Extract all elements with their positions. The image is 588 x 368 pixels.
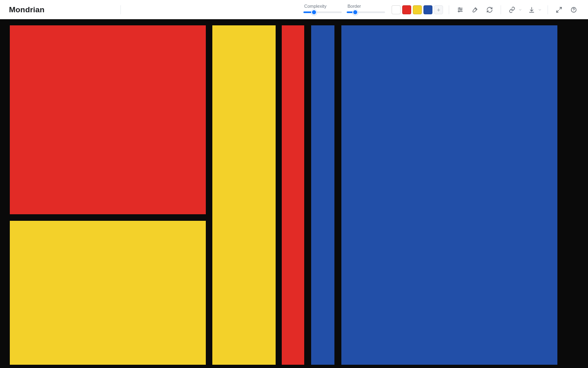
svg-point-1 <box>459 7 460 9</box>
color-swatch-3[interactable] <box>423 5 432 14</box>
expand-icon[interactable] <box>554 4 564 15</box>
svg-line-6 <box>559 7 561 9</box>
rect-red-top-left[interactable] <box>10 25 206 214</box>
divider <box>548 5 548 14</box>
chevron-down-icon <box>518 8 522 12</box>
artwork-canvas[interactable] <box>0 19 588 368</box>
rect-yellow-bottom-left[interactable] <box>10 221 206 365</box>
chevron-down-icon <box>538 8 542 12</box>
title-wrap: Mondrian <box>9 5 121 14</box>
border-label: Border <box>347 4 385 9</box>
rect-yellow-tall[interactable] <box>212 25 276 365</box>
link-button[interactable] <box>507 4 522 15</box>
link-icon[interactable] <box>507 4 517 15</box>
divider <box>449 5 449 14</box>
refresh-icon[interactable] <box>484 4 495 15</box>
download-button[interactable] <box>526 4 542 15</box>
sliders-icon[interactable] <box>455 4 466 15</box>
divider <box>120 5 121 14</box>
complexity-label: Complexity <box>303 4 342 9</box>
complexity-slider[interactable] <box>303 9 342 15</box>
border-slider-group: Border <box>347 4 385 15</box>
border-slider[interactable] <box>347 9 385 15</box>
slider-thumb[interactable] <box>311 9 317 15</box>
svg-point-5 <box>458 11 459 12</box>
download-icon[interactable] <box>526 4 537 15</box>
rect-red-thin[interactable] <box>282 25 304 365</box>
color-swatches: + <box>392 5 443 14</box>
svg-point-3 <box>461 9 462 10</box>
rect-blue-thin[interactable] <box>311 25 334 365</box>
brush-icon[interactable] <box>470 4 480 15</box>
svg-line-7 <box>557 10 559 12</box>
color-swatch-0[interactable] <box>392 5 401 14</box>
color-swatch-2[interactable] <box>413 5 422 14</box>
complexity-slider-group: Complexity <box>303 4 342 15</box>
app-header: Mondrian Complexity Border + <box>0 0 588 19</box>
add-color-button[interactable]: + <box>434 5 443 14</box>
rect-blue-large[interactable] <box>341 25 557 365</box>
divider <box>501 5 501 14</box>
toolbar: Complexity Border + <box>303 0 579 19</box>
app-title: Mondrian <box>9 5 45 14</box>
help-icon[interactable] <box>568 4 579 15</box>
svg-point-9 <box>573 11 574 11</box>
color-swatch-1[interactable] <box>402 5 411 14</box>
slider-thumb[interactable] <box>352 9 358 15</box>
